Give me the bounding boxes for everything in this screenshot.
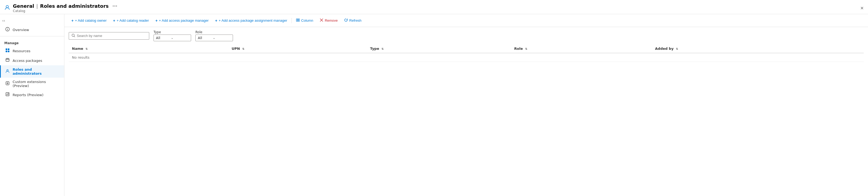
svg-point-0: [6, 5, 8, 8]
role-chevron-icon: ⌄: [213, 36, 215, 39]
overview-icon: [5, 27, 10, 32]
type-sort-icon: ⇅: [381, 47, 383, 50]
type-filter-label: Type: [154, 30, 191, 34]
type-filter-select[interactable]: All ⌄: [154, 35, 191, 41]
add-catalog-owner-button[interactable]: + + Add catalog owner: [69, 17, 109, 24]
name-sort-icon: ⇅: [86, 47, 88, 50]
filter-row: Type All ⌄ Role All ⌄: [64, 27, 868, 44]
remove-button[interactable]: Remove: [317, 17, 340, 24]
svg-point-3: [7, 28, 8, 29]
table-container: Name ⇅ UPN ⇅ Type ⇅: [64, 44, 868, 196]
role-sort-icon: ⇅: [525, 47, 527, 50]
catalog-name: General: [13, 3, 34, 9]
table-header-row: Name ⇅ UPN ⇅ Type ⇅: [69, 44, 864, 53]
svg-rect-13: [298, 19, 299, 22]
close-button[interactable]: ✕: [860, 6, 864, 11]
add-access-package-manager-button[interactable]: + + Add access package manager: [153, 17, 212, 24]
toolbar-divider: [291, 18, 292, 23]
sidebar: ‹‹ Overview Manage: [0, 14, 64, 196]
header-title-group: General | Roles and administrators ··· C…: [13, 3, 117, 13]
svg-rect-8: [6, 58, 9, 61]
reports-label: Reports (Preview): [12, 93, 43, 97]
main-layout: ‹‹ Overview Manage: [0, 14, 868, 196]
add-access-package-manager-icon: +: [155, 18, 158, 23]
roles-label: Roles and administrators: [12, 68, 60, 76]
sidebar-item-resources[interactable]: Resources: [0, 46, 64, 56]
title-separator: |: [36, 3, 38, 9]
collapse-icon: ‹‹: [2, 18, 5, 23]
svg-rect-4: [6, 48, 7, 50]
header-title: General | Roles and administrators ···: [13, 3, 117, 9]
data-table: Name ⇅ UPN ⇅ Type ⇅: [69, 44, 864, 62]
custom-extensions-icon: [5, 81, 10, 86]
svg-rect-7: [8, 51, 9, 52]
access-packages-icon: [5, 58, 10, 63]
sidebar-item-roles-administrators[interactable]: Roles and administrators: [0, 65, 64, 78]
svg-rect-12: [296, 19, 297, 22]
custom-extensions-label: Custom extensions (Preview): [12, 80, 60, 88]
ellipsis-button[interactable]: ···: [113, 3, 117, 8]
add-catalog-reader-button[interactable]: + + Add catalog reader: [110, 17, 152, 24]
upn-sort-icon: ⇅: [242, 47, 245, 50]
filter-group: Type All ⌄ Role All ⌄: [154, 30, 233, 41]
add-catalog-owner-label: + Add catalog owner: [75, 18, 106, 23]
refresh-label: Refresh: [349, 18, 362, 23]
header-person-icon: [4, 5, 10, 12]
column-name[interactable]: Name ⇅: [69, 44, 228, 53]
sidebar-item-custom-extensions[interactable]: Custom extensions (Preview): [0, 78, 64, 90]
toolbar: + + Add catalog owner + + Add catalog re…: [64, 14, 868, 27]
type-chevron-icon: ⌄: [171, 36, 173, 39]
svg-rect-6: [6, 51, 7, 52]
sidebar-collapse-button[interactable]: ‹‹: [0, 16, 64, 25]
refresh-icon: [344, 18, 348, 23]
add-assignment-manager-icon: +: [215, 18, 217, 23]
refresh-button[interactable]: Refresh: [341, 17, 364, 24]
search-box[interactable]: [69, 32, 149, 40]
page-name: Roles and administrators: [40, 3, 109, 9]
column-button[interactable]: Column: [293, 17, 316, 24]
no-results-row: No results: [69, 53, 864, 62]
svg-line-18: [74, 36, 75, 37]
add-assignment-manager-label: + Add access package assignment manager: [219, 18, 287, 23]
header-subtitle: Catalog: [13, 9, 117, 13]
search-input[interactable]: [77, 34, 146, 38]
remove-icon: [320, 18, 323, 23]
role-filter-select[interactable]: All ⌄: [195, 35, 233, 41]
role-filter-value: All: [198, 36, 202, 40]
add-catalog-reader-icon: +: [113, 18, 115, 23]
svg-rect-5: [8, 48, 9, 50]
add-catalog-owner-icon: +: [71, 18, 73, 23]
role-filter: Role All ⌄: [195, 30, 233, 41]
resources-label: Resources: [12, 49, 30, 53]
overview-label: Overview: [12, 28, 29, 32]
svg-point-9: [7, 70, 8, 71]
role-filter-label: Role: [195, 30, 233, 34]
app-container: General | Roles and administrators ··· C…: [0, 0, 868, 196]
remove-label: Remove: [325, 18, 338, 23]
svg-rect-14: [299, 19, 300, 22]
reports-icon: [5, 92, 10, 97]
header: General | Roles and administrators ··· C…: [0, 0, 868, 14]
search-icon: [72, 34, 75, 38]
column-upn[interactable]: UPN ⇅: [228, 44, 367, 53]
resources-icon: [5, 48, 10, 53]
add-catalog-reader-label: + Add catalog reader: [117, 18, 149, 23]
type-filter-value: All: [156, 36, 160, 40]
added-by-sort-icon: ⇅: [676, 47, 678, 50]
column-type[interactable]: Type ⇅: [367, 44, 511, 53]
add-access-package-assignment-manager-button[interactable]: + + Add access package assignment manage…: [212, 17, 290, 24]
no-results-text: No results: [69, 53, 864, 62]
add-access-package-manager-label: + Add access package manager: [159, 18, 209, 23]
sidebar-item-reports[interactable]: Reports (Preview): [0, 90, 64, 100]
sidebar-manage-label: Manage: [0, 38, 64, 46]
column-added-by[interactable]: Added by ⇅: [652, 44, 864, 53]
column-role[interactable]: Role ⇅: [511, 44, 652, 53]
column-icon: [296, 18, 300, 23]
sidebar-item-overview[interactable]: Overview: [0, 25, 64, 35]
column-label: Column: [301, 18, 313, 23]
type-filter: Type All ⌄: [154, 30, 191, 41]
access-packages-label: Access packages: [12, 58, 42, 63]
roles-icon: [5, 69, 10, 74]
content-area: + + Add catalog owner + + Add catalog re…: [64, 14, 868, 196]
sidebar-item-access-packages[interactable]: Access packages: [0, 56, 64, 65]
